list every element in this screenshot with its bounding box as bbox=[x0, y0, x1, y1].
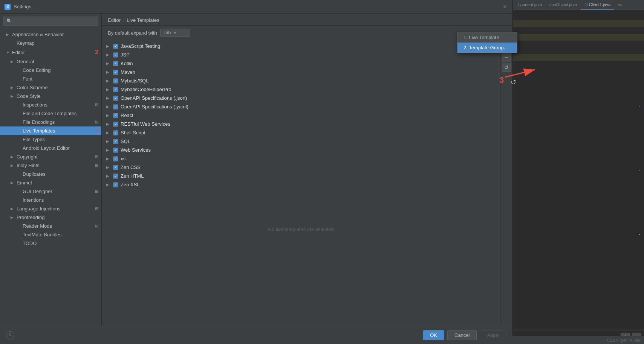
checkbox-web-services[interactable]: ✓ bbox=[113, 148, 118, 153]
template-group-openapi-json[interactable]: ▶ ✓ OpenAPI Specifications (.json) bbox=[102, 94, 500, 102]
help-button[interactable]: ? bbox=[6, 331, 14, 339]
template-group-sql[interactable]: ▶ ✓ SQL bbox=[102, 137, 500, 146]
remove-button[interactable]: − bbox=[502, 53, 511, 62]
tab-va[interactable]: va bbox=[614, 0, 626, 10]
dropdown-arrow-icon: ▼ bbox=[173, 31, 177, 35]
template-group-openapi-yaml[interactable]: ▶ ✓ OpenAPI Specifications (.yaml) bbox=[102, 102, 500, 111]
checkbox-xsl[interactable]: ✓ bbox=[113, 156, 118, 161]
expand-label: By default expand with bbox=[108, 30, 157, 36]
template-group-zen-html[interactable]: ▶ ✓ Zen HTML bbox=[102, 172, 500, 180]
code-editor-area bbox=[513, 11, 644, 330]
sidebar-item-file-encodings[interactable]: File Encodings ⊞ bbox=[0, 118, 101, 126]
sidebar-item-font[interactable]: Font bbox=[0, 75, 101, 83]
checkbox-sql[interactable]: ✓ bbox=[113, 139, 118, 144]
sidebar-item-textmate[interactable]: TextMate Bundles bbox=[0, 230, 101, 239]
group-label-mybatis-helper: MybatisCodeHelperPro bbox=[121, 87, 171, 92]
breadcrumb-separator: › bbox=[123, 17, 124, 23]
cancel-button[interactable]: Cancel bbox=[447, 330, 477, 340]
template-group-js-testing[interactable]: ▶ ✓ JavaScript Testing bbox=[102, 42, 500, 50]
sidebar-item-editor[interactable]: ▼ Editor 2 bbox=[0, 47, 101, 57]
template-group-mybatis-helper[interactable]: ▶ ✓ MybatisCodeHelperPro bbox=[102, 85, 500, 94]
sidebar-item-duplicates[interactable]: Duplicates bbox=[0, 170, 101, 178]
close-button[interactable]: × bbox=[502, 4, 508, 10]
context-menu-item-template-group[interactable]: 2. Template Group... bbox=[457, 43, 517, 53]
checkbox-restful[interactable]: ✓ bbox=[113, 122, 118, 127]
checkbox-zen-css[interactable]: ✓ bbox=[113, 165, 118, 170]
tab-json-object[interactable]: sonObject.java bbox=[546, 0, 581, 10]
sidebar-item-todo[interactable]: TODO bbox=[0, 239, 101, 248]
sidebar-label-todo: TODO bbox=[23, 240, 37, 246]
chevron-right-icon-4: ▶ bbox=[11, 94, 15, 98]
group-label-zen-css: Zen CSS bbox=[121, 164, 141, 170]
search-box[interactable]: 🔍 bbox=[3, 17, 98, 26]
template-group-shell[interactable]: ▶ ✓ Shell Script bbox=[102, 128, 500, 137]
sidebar-item-gui-designer[interactable]: GUI Designer ⊞ bbox=[0, 187, 101, 196]
reader-mode-badge: ⊞ bbox=[95, 224, 98, 228]
checkbox-maven[interactable]: ✓ bbox=[113, 70, 118, 75]
checkbox-zen-xsl[interactable]: ✓ bbox=[113, 182, 118, 187]
sidebar-item-live-templates[interactable]: Live Templates 3 bbox=[0, 126, 101, 135]
checkbox-react[interactable]: ✓ bbox=[113, 113, 118, 118]
checkbox-openapi-yaml[interactable]: ✓ bbox=[113, 104, 118, 110]
checkbox-jsp[interactable]: ✓ bbox=[113, 52, 118, 58]
tab-component-java[interactable]: nponent.java bbox=[514, 0, 546, 10]
sidebar-item-keymap[interactable]: Keymap bbox=[0, 39, 101, 47]
sidebar-item-inspections[interactable]: Inspections ⊞ bbox=[0, 100, 101, 109]
undo-button[interactable]: ↺ bbox=[502, 63, 511, 72]
sidebar-item-proofreading[interactable]: ▶ Proofreading bbox=[0, 213, 101, 222]
expand-icon-xsl: ▶ bbox=[106, 157, 111, 161]
sidebar-item-general[interactable]: ▶ General bbox=[0, 57, 101, 66]
template-group-zen-xsl[interactable]: ▶ ✓ Zen XSL bbox=[102, 180, 500, 189]
sidebar-item-appearance[interactable]: ▶ Appearance & Behavior bbox=[0, 30, 101, 39]
sidebar-item-reader-mode[interactable]: Reader Mode ⊞ bbox=[0, 222, 101, 230]
template-group-maven[interactable]: ▶ ✓ Maven bbox=[102, 68, 500, 76]
checkbox-zen-html[interactable]: ✓ bbox=[113, 174, 118, 179]
expand-icon-openapi-yaml: ▶ bbox=[106, 105, 111, 109]
checkbox-js-testing[interactable]: ✓ bbox=[113, 44, 118, 49]
template-group-restful[interactable]: ▶ ✓ RESTful Web Services bbox=[102, 120, 500, 128]
title-bar: ⚙ Settings × bbox=[0, 0, 512, 14]
checkbox-kotlin[interactable]: ✓ bbox=[113, 61, 118, 66]
sidebar-item-code-editing[interactable]: Code Editing bbox=[0, 66, 101, 75]
group-label-react: React bbox=[121, 113, 133, 118]
sidebar-item-language-injections[interactable]: ▶ Language Injections ⊞ bbox=[0, 204, 101, 213]
checkbox-mybatis[interactable]: ✓ bbox=[113, 78, 118, 84]
sidebar-item-inlay-hints[interactable]: ▶ Inlay Hints ⊞ bbox=[0, 161, 101, 170]
sidebar-item-android-layout[interactable]: Android Layout Editor bbox=[0, 144, 101, 152]
sidebar-label-code-style: Code Style bbox=[17, 93, 41, 99]
dialog-title: Settings bbox=[14, 4, 31, 9]
template-group-react[interactable]: ▶ ✓ React bbox=[102, 111, 500, 120]
template-group-jsp[interactable]: ▶ ✓ JSP bbox=[102, 50, 500, 59]
lang-injections-badge: ⊞ bbox=[95, 206, 98, 211]
sidebar-label-inspections: Inspections bbox=[23, 102, 47, 108]
sidebar-label-file-types: File Types bbox=[23, 137, 45, 142]
template-group-web-services[interactable]: ▶ ✓ Web Services bbox=[102, 146, 500, 154]
template-group-mybatis[interactable]: ▶ ✓ Mybatis/SQL bbox=[102, 76, 500, 85]
checkbox-openapi-json[interactable]: ✓ bbox=[113, 96, 118, 101]
ok-button[interactable]: OK bbox=[423, 330, 444, 340]
template-group-zen-css[interactable]: ▶ ✓ Zen CSS bbox=[102, 163, 500, 172]
sidebar-item-intentions[interactable]: Intentions bbox=[0, 196, 101, 204]
sidebar-item-file-types[interactable]: File Types bbox=[0, 135, 101, 144]
search-icon: 🔍 bbox=[6, 18, 12, 24]
context-menu-item-live-template[interactable]: 1. Live Template bbox=[457, 32, 517, 43]
template-group-kotlin[interactable]: ▶ ✓ Kotlin bbox=[102, 59, 500, 68]
sidebar-item-code-style[interactable]: ▶ Code Style bbox=[0, 92, 101, 100]
chevron-down-icon: ▼ bbox=[6, 50, 11, 55]
checkbox-shell[interactable]: ✓ bbox=[113, 130, 118, 135]
apply-button[interactable]: Apply bbox=[480, 330, 506, 340]
sidebar-label-copyright: Copyright bbox=[17, 154, 38, 160]
checkbox-mybatis-helper[interactable]: ✓ bbox=[113, 87, 118, 92]
editor-badge: 2 bbox=[95, 49, 98, 56]
search-input[interactable] bbox=[14, 18, 95, 24]
expand-dropdown[interactable]: Tab ▼ bbox=[160, 29, 190, 37]
tab-client1[interactable]: ⬡Client1.java bbox=[581, 0, 614, 10]
chevron-right-icon-8: ▶ bbox=[11, 207, 15, 211]
template-group-xsl[interactable]: ▶ ✓ xsl bbox=[102, 154, 500, 163]
sidebar-item-emmet[interactable]: ▶ Emmet bbox=[0, 178, 101, 187]
code-line-4 bbox=[513, 34, 644, 41]
sidebar-item-color-scheme[interactable]: ▶ Color Scheme bbox=[0, 83, 101, 92]
sidebar-item-file-code-templates[interactable]: File and Code Templates bbox=[0, 109, 101, 118]
sidebar-item-copyright[interactable]: ▶ Copyright ⊞ bbox=[0, 152, 101, 161]
group-label-web-services: Web Services bbox=[121, 147, 151, 153]
